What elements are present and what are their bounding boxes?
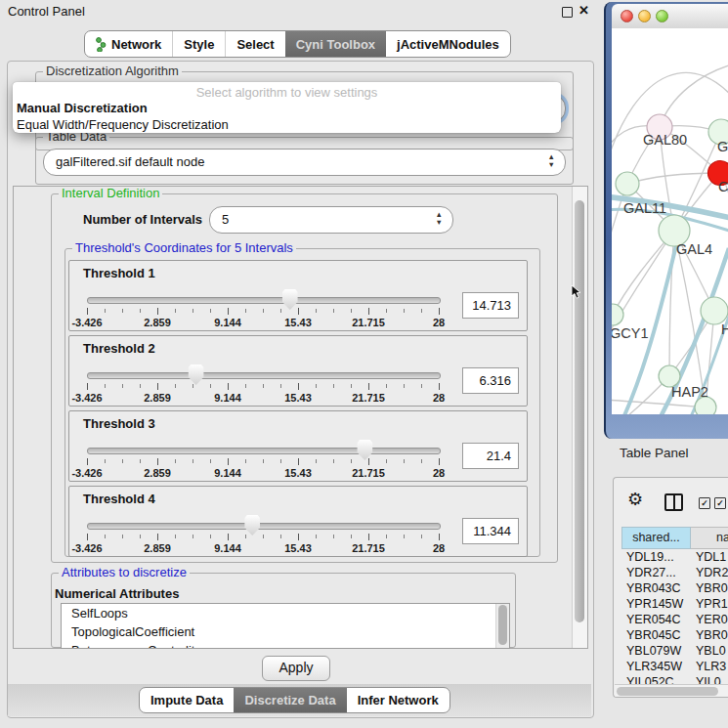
gear-icon[interactable]: ⚙	[627, 491, 643, 508]
number-of-intervals-combobox[interactable]: 5 ▲▼	[209, 206, 453, 234]
tick-mark	[157, 534, 158, 540]
cell-name[interactable]: YIL0	[691, 674, 728, 684]
float-window-icon[interactable]	[562, 7, 573, 18]
table-row[interactable]: YDL19...YDL1	[621, 549, 728, 565]
cell-name[interactable]: YBL0	[691, 643, 728, 659]
tab-impute-data[interactable]: Impute Data	[140, 688, 234, 712]
scrollbar-thumb[interactable]	[617, 687, 718, 696]
table-row[interactable]: YDR27...YDR2	[621, 565, 728, 580]
tab-label: Select	[236, 37, 274, 52]
tick-mark	[386, 459, 387, 463]
threshold-sliders: Threshold 1 -3.4262.8599.14415.4321.7152…	[68, 260, 528, 561]
cell-shared-name[interactable]: YIL052C	[621, 674, 691, 684]
scrollbar-thumb[interactable]	[575, 200, 584, 622]
attribute-list-item[interactable]: SelfLoops	[62, 604, 509, 622]
table-data-combobox[interactable]: galFiltered.sif default node ▲▼	[43, 149, 566, 176]
table-row[interactable]: YPR145WYPR1	[621, 596, 728, 612]
cell-shared-name[interactable]: YBR043C	[621, 580, 691, 596]
tab-select[interactable]: Select	[225, 31, 284, 57]
tab-jactivemnodules[interactable]: jActiveMNodules	[386, 31, 510, 57]
slider-track[interactable]	[87, 448, 441, 454]
cell-shared-name[interactable]: YLR345W	[621, 659, 691, 674]
tick-mark	[140, 535, 141, 538]
column-header-shared-name[interactable]: shared...	[621, 527, 691, 549]
table-row[interactable]: YBR043CYBR0	[621, 580, 728, 596]
table-row[interactable]: YER054CYER0	[621, 612, 728, 627]
attribute-list-item[interactable]: TopologicalCoefficient	[62, 622, 509, 641]
network-window-titlebar[interactable]	[612, 4, 728, 29]
slider-track[interactable]	[87, 372, 441, 379]
cell-name[interactable]: YDR2	[691, 565, 728, 580]
tab-infer-network[interactable]: Infer Network	[347, 688, 450, 712]
cell-shared-name[interactable]: YPR145W	[621, 596, 691, 612]
cell-shared-name[interactable]: YER054C	[621, 612, 691, 627]
dropdown-option[interactable]: Manual Discretization	[13, 100, 561, 116]
close-traffic-light-icon[interactable]	[621, 10, 633, 22]
tick-mark	[245, 535, 246, 538]
apply-button[interactable]: Apply	[262, 656, 330, 681]
horizontal-scrollbar[interactable]	[615, 684, 728, 697]
tick-label: -3.426	[71, 317, 102, 328]
slider-track[interactable]	[87, 297, 441, 304]
network-canvas[interactable]: GAL80 GA GAL11 C GAL4 GCY1 H HAP2	[612, 28, 728, 414]
scrollbar-thumb[interactable]	[498, 605, 507, 645]
tick-mark	[298, 308, 299, 315]
tick-label: 21.715	[352, 542, 385, 554]
slider-track[interactable]	[87, 523, 441, 530]
close-icon[interactable]: ✕	[578, 3, 589, 18]
columns-icon[interactable]	[664, 493, 683, 511]
checkbox-icon[interactable]: ✓	[714, 497, 726, 509]
cell-name[interactable]: YBR0	[691, 627, 728, 643]
tick-mark	[404, 459, 405, 463]
cell-shared-name[interactable]: YDL19...	[621, 549, 691, 565]
tab-discretize-data[interactable]: Discretize Data	[234, 688, 346, 712]
table-row[interactable]: YBL079WYBL0	[621, 643, 728, 659]
threshold-value-field[interactable]: 11.344	[462, 518, 519, 544]
cell-shared-name[interactable]: YDR27...	[621, 565, 691, 580]
slider-thumb[interactable]	[357, 440, 373, 460]
column-header-name[interactable]: na	[691, 527, 728, 549]
threshold-value-field[interactable]: 21.4	[462, 443, 519, 469]
tick-mark	[351, 535, 352, 538]
attribute-list-item[interactable]: BetweennessCentrality	[62, 641, 509, 649]
numerical-attributes-list[interactable]: SelfLoopsTopologicalCoefficientBetweenne…	[61, 603, 510, 649]
slider-thumb[interactable]	[244, 515, 261, 535]
node-gal11[interactable]	[616, 172, 639, 195]
cell-name[interactable]: YLR3	[691, 659, 728, 674]
stepper-icon: ▲▼	[436, 211, 443, 227]
tick-mark	[316, 384, 317, 388]
tick-label: 21.715	[352, 392, 385, 404]
node-gcy1[interactable]	[612, 304, 623, 325]
vertical-scrollbar[interactable]	[572, 187, 587, 648]
table-row[interactable]: YBR045CYBR0	[621, 627, 728, 643]
threshold-value-field[interactable]: 14.713	[462, 292, 519, 319]
cell-shared-name[interactable]: YBL079W	[621, 643, 691, 659]
cell-name[interactable]: YBR0	[691, 580, 728, 596]
table-panel: ⚙ ✓ ✓ shared... na YDL19...YDL1YDR27...Y…	[613, 477, 728, 698]
slider-thumb[interactable]	[281, 289, 298, 310]
tick-mark	[351, 384, 352, 388]
minimize-traffic-light-icon[interactable]	[638, 10, 651, 22]
table-row[interactable]: YLR345WYLR3	[621, 659, 728, 674]
checkbox-icon[interactable]: ✓	[699, 497, 710, 509]
tick-mark	[439, 308, 440, 315]
tab-label: Infer Network	[358, 693, 439, 707]
tab-label: Style	[184, 37, 214, 52]
threshold-value-field[interactable]: 6.316	[462, 367, 519, 394]
tick-label: 28	[433, 317, 445, 328]
tab-network[interactable]: Network	[85, 31, 172, 57]
tab-style[interactable]: Style	[172, 31, 225, 57]
cell-name[interactable]: YER0	[691, 612, 728, 627]
slider-tick-labels: -3.4262.8599.14415.4321.71528	[87, 467, 439, 479]
dropdown-option[interactable]: Equal Width/Frequency Discretization	[13, 116, 561, 133]
zoom-traffic-light-icon[interactable]	[656, 10, 668, 22]
table-row[interactable]: YIL052CYIL0	[621, 674, 728, 684]
tab-cyni-toolbox[interactable]: Cyni Toolbox	[285, 31, 386, 57]
cell-shared-name[interactable]: YBR045C	[621, 627, 691, 643]
slider-thumb[interactable]	[188, 364, 204, 385]
node-clipped-h[interactable]	[701, 297, 728, 324]
cell-name[interactable]: YDL1	[691, 549, 728, 565]
list-scrollbar[interactable]	[495, 604, 509, 648]
network-icon	[96, 37, 107, 52]
cell-name[interactable]: YPR1	[691, 596, 728, 612]
